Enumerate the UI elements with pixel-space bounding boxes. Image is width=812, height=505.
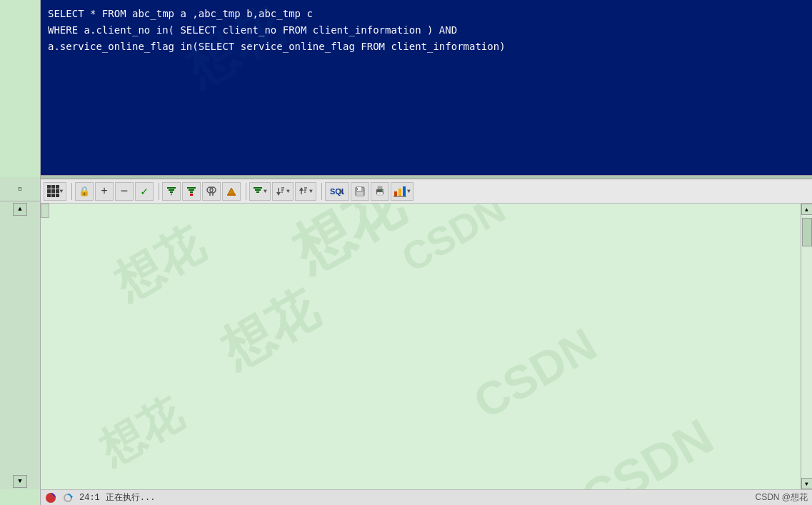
sql-btn[interactable]: SQL bbox=[325, 182, 349, 201]
svg-marker-3 bbox=[171, 194, 172, 196]
search-btn[interactable] bbox=[202, 182, 221, 201]
grid-dropdown-arrow: ▼ bbox=[60, 188, 64, 194]
sort-down-dropdown-arrow: ▼ bbox=[286, 188, 290, 194]
remove-row-btn[interactable]: − bbox=[115, 182, 134, 201]
search-icon bbox=[206, 186, 217, 197]
svg-rect-16 bbox=[255, 189, 261, 191]
svg-rect-7 bbox=[190, 194, 193, 196]
svg-rect-15 bbox=[254, 187, 262, 189]
svg-marker-19 bbox=[276, 192, 281, 196]
svg-rect-33 bbox=[357, 188, 358, 190]
executing-label: 正在执行... bbox=[106, 491, 156, 504]
toolbar-sep-2 bbox=[156, 183, 159, 200]
result-scroll-down-btn[interactable]: ▼ bbox=[801, 478, 813, 489]
grid-icon bbox=[47, 185, 59, 197]
left-result-scroll: ▲ ▼ bbox=[0, 201, 41, 489]
sort-down-dropdown-btn[interactable]: ▼ bbox=[272, 182, 294, 201]
chart-icon bbox=[394, 186, 406, 197]
svg-rect-6 bbox=[190, 191, 193, 193]
print-icon bbox=[374, 186, 386, 197]
toolbar-sep-4 bbox=[319, 183, 322, 200]
save-icon bbox=[354, 186, 366, 197]
result-panel: 想花 CSDN 想花 CSDN 想花 CSDN 想花 bbox=[41, 204, 812, 489]
svg-marker-13 bbox=[228, 188, 235, 194]
sort-up-dropdown-btn[interactable]: ▼ bbox=[295, 182, 316, 201]
result-scroll-track[interactable] bbox=[801, 215, 813, 478]
svg-rect-0 bbox=[167, 187, 176, 189]
result-scrollbar-v: ▲ ▼ bbox=[801, 204, 812, 489]
sql-icon: SQL bbox=[330, 186, 344, 197]
save-btn[interactable] bbox=[351, 182, 369, 201]
svg-marker-24 bbox=[299, 187, 304, 191]
apply-btn[interactable]: ✓ bbox=[135, 182, 154, 201]
toolbar: ▼ 🔒 + − ✓ bbox=[41, 179, 812, 204]
lock-icon: 🔒 bbox=[79, 186, 90, 197]
svg-rect-1 bbox=[169, 189, 174, 191]
check-icon: ✓ bbox=[141, 184, 148, 199]
chart-dropdown-arrow: ▼ bbox=[407, 188, 411, 194]
add-row-btn[interactable]: + bbox=[95, 182, 114, 201]
status-bar: 24:1 正在执行... CSDN @想花 bbox=[41, 489, 812, 505]
svg-rect-2 bbox=[170, 191, 173, 193]
minus-icon: − bbox=[121, 185, 129, 198]
status-icon bbox=[45, 492, 56, 504]
svg-rect-17 bbox=[256, 191, 259, 193]
left-panel-divider: ⊡ bbox=[0, 177, 41, 201]
left-scroll-up-btn[interactable]: ▲ bbox=[13, 203, 27, 216]
sort-down-icon bbox=[276, 186, 286, 196]
svg-rect-40 bbox=[399, 189, 401, 196]
sql-editor-panel[interactable]: 想花 SELECT * FROM abc_tmp a ,abc_tmp b,ab… bbox=[41, 0, 812, 175]
lock-btn[interactable]: 🔒 bbox=[75, 182, 94, 201]
sql-line1: SELECT * FROM abc_tmp a ,abc_tmp b,abc_t… bbox=[48, 6, 805, 22]
filter-icon bbox=[253, 186, 263, 196]
left-scroll-down-btn[interactable]: ▼ bbox=[13, 475, 27, 488]
clear-filter-btn[interactable] bbox=[222, 182, 241, 201]
filter-dropdown-btn[interactable]: ▼ bbox=[249, 182, 271, 201]
brand-watermark: CSDN @想花 bbox=[755, 491, 808, 504]
left-scroll-icon[interactable]: ⊡ bbox=[18, 185, 21, 193]
svg-marker-44 bbox=[70, 496, 73, 499]
chart-dropdown-btn[interactable]: ▼ bbox=[391, 182, 413, 201]
eraser-icon bbox=[226, 186, 237, 197]
filter-stop-icon bbox=[186, 186, 197, 197]
toolbar-sep-3 bbox=[244, 183, 246, 200]
sort-up-dropdown-arrow: ▼ bbox=[309, 188, 313, 194]
filter-down-icon bbox=[166, 186, 177, 197]
filter-down-btn[interactable] bbox=[162, 182, 181, 201]
sort-up-icon bbox=[299, 186, 309, 196]
svg-point-38 bbox=[382, 190, 384, 191]
print-btn[interactable] bbox=[371, 182, 389, 201]
executing-spin-icon bbox=[62, 492, 74, 504]
result-watermark: 想花 CSDN 想花 CSDN 想花 CSDN 想花 bbox=[41, 204, 812, 489]
result-scroll-up-btn[interactable]: ▲ bbox=[801, 204, 813, 215]
sql-line3: a.service_online_flag in(SELECT service_… bbox=[48, 39, 805, 55]
svg-rect-32 bbox=[356, 192, 364, 196]
grid-selector-btn[interactable]: ▼ bbox=[44, 182, 66, 201]
svg-rect-5 bbox=[189, 189, 194, 191]
svg-rect-39 bbox=[394, 191, 397, 196]
main-area: 想花 SELECT * FROM abc_tmp a ,abc_tmp b,ab… bbox=[41, 0, 812, 505]
result-row-indicator bbox=[41, 204, 49, 218]
toolbar-sep-1 bbox=[69, 183, 72, 200]
svg-rect-41 bbox=[403, 186, 406, 196]
filter-stop-btn[interactable] bbox=[182, 182, 201, 201]
plus-icon: + bbox=[101, 185, 108, 198]
cursor-position: 24:1 bbox=[79, 493, 100, 503]
filter-dropdown-arrow: ▼ bbox=[264, 188, 267, 194]
svg-rect-4 bbox=[187, 187, 196, 189]
sql-line2: WHERE a.client_no in( SELECT client_no F… bbox=[48, 22, 805, 39]
result-scroll-thumb[interactable] bbox=[802, 218, 812, 246]
svg-rect-35 bbox=[378, 186, 382, 189]
svg-rect-14 bbox=[227, 194, 236, 196]
